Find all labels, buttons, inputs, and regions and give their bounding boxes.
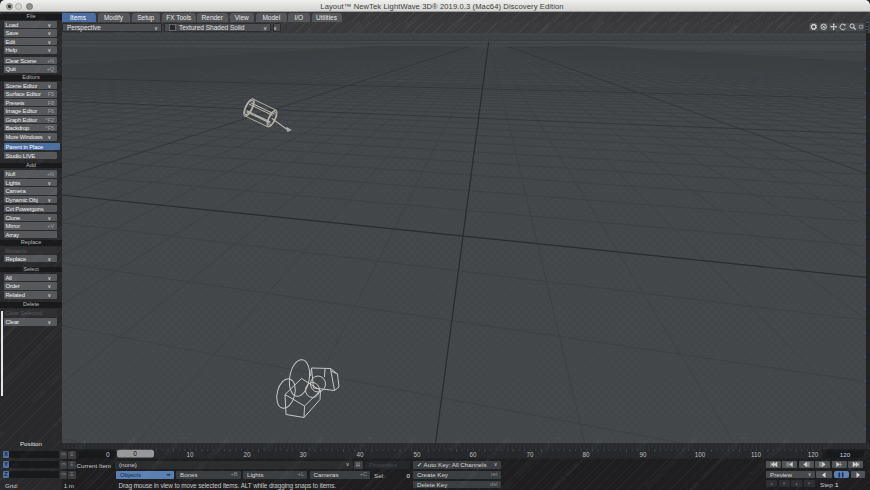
svg-text:80: 80 bbox=[582, 451, 590, 458]
svg-text:30: 30 bbox=[299, 451, 307, 458]
svg-text:50: 50 bbox=[413, 451, 421, 458]
svg-text:0: 0 bbox=[133, 450, 137, 457]
svg-text:10: 10 bbox=[186, 451, 194, 458]
svg-text:100: 100 bbox=[695, 451, 706, 458]
svg-text:90: 90 bbox=[639, 451, 647, 458]
svg-text:40: 40 bbox=[356, 451, 364, 458]
svg-text:20: 20 bbox=[243, 451, 251, 458]
svg-text:60: 60 bbox=[469, 451, 477, 458]
svg-text:110: 110 bbox=[751, 451, 762, 458]
svg-text:70: 70 bbox=[526, 451, 534, 458]
svg-text:120: 120 bbox=[808, 451, 819, 458]
